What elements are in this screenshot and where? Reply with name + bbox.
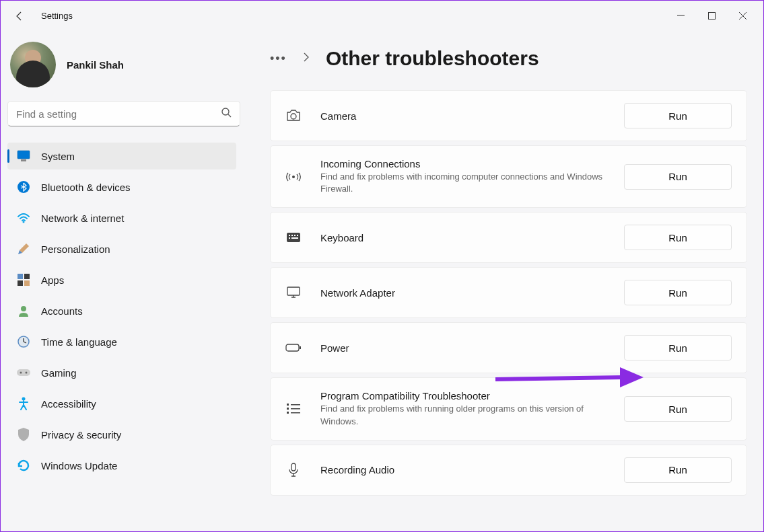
run-button-incoming[interactable]: Run <box>624 164 732 190</box>
shield-icon <box>17 428 30 441</box>
troubleshooter-network-adapter: Network Adapter Run <box>270 267 747 318</box>
card-title: Camera <box>320 110 605 122</box>
nav-list: System Bluetooth & devices Network & int… <box>7 143 236 479</box>
keyboard-icon <box>285 229 302 245</box>
accessibility-icon <box>17 397 30 410</box>
card-title: Incoming Connections <box>320 158 605 169</box>
svg-point-15 <box>22 397 26 401</box>
svg-rect-23 <box>289 237 290 239</box>
titlebar: Settings <box>1 1 763 31</box>
svg-rect-0 <box>708 13 715 20</box>
search-box[interactable] <box>7 101 240 126</box>
svg-rect-12 <box>17 369 30 376</box>
broadcast-icon <box>285 169 302 185</box>
svg-rect-8 <box>18 280 23 286</box>
breadcrumb-ellipsis[interactable]: ••• <box>270 52 287 66</box>
svg-rect-27 <box>300 346 301 349</box>
svg-rect-32 <box>287 412 289 414</box>
card-title: Power <box>320 342 605 354</box>
main-content: ••• Other troubleshooters Camera Run Inc… <box>243 31 763 531</box>
sidebar-item-label: Personalization <box>41 243 110 255</box>
troubleshooter-program-compat: Program Compatibility Troubleshooter Fin… <box>270 377 747 440</box>
card-title: Recording Audio <box>320 464 605 476</box>
card-desc: Find and fix problems with running older… <box>320 403 605 427</box>
apps-icon <box>17 273 30 287</box>
sidebar: Pankil Shah System Bluetooth & devices N… <box>1 31 243 531</box>
run-button-recording[interactable]: Run <box>624 457 732 483</box>
troubleshooter-keyboard: Keyboard Run <box>270 212 747 263</box>
sidebar-item-network[interactable]: Network & internet <box>7 204 236 231</box>
svg-rect-19 <box>289 235 290 236</box>
bluetooth-icon <box>17 180 30 194</box>
sidebar-item-accessibility[interactable]: Accessibility <box>7 390 236 417</box>
person-icon <box>17 304 30 317</box>
avatar <box>10 42 56 87</box>
profile-name: Pankil Shah <box>67 59 124 71</box>
svg-rect-21 <box>294 235 296 236</box>
search-icon <box>221 107 232 120</box>
sidebar-item-label: Gaming <box>41 367 77 379</box>
svg-rect-7 <box>24 274 30 279</box>
troubleshooter-incoming-connections: Incoming Connections Find and fix proble… <box>270 145 747 208</box>
sidebar-item-gaming[interactable]: Gaming <box>7 359 236 386</box>
sidebar-item-label: Network & internet <box>41 213 124 224</box>
sidebar-item-apps[interactable]: Apps <box>7 266 236 293</box>
sidebar-item-label: Apps <box>41 274 64 286</box>
svg-rect-24 <box>291 237 298 239</box>
run-button-keyboard[interactable]: Run <box>624 225 732 250</box>
svg-rect-26 <box>286 344 299 351</box>
breadcrumb: ••• Other troubleshooters <box>270 47 747 70</box>
sidebar-item-time[interactable]: Time & language <box>7 328 236 355</box>
minimize-button[interactable] <box>665 5 696 27</box>
clock-icon <box>17 335 30 348</box>
svg-point-13 <box>20 372 22 374</box>
sidebar-item-personalization[interactable]: Personalization <box>7 235 236 262</box>
troubleshooter-camera: Camera Run <box>270 90 747 141</box>
monitor-icon <box>285 284 302 301</box>
sidebar-item-accounts[interactable]: Accounts <box>7 297 236 324</box>
svg-point-14 <box>26 372 28 374</box>
wifi-icon <box>17 211 30 225</box>
svg-rect-9 <box>24 280 30 286</box>
svg-point-10 <box>21 306 26 311</box>
sidebar-item-system[interactable]: System <box>7 143 236 169</box>
search-input[interactable] <box>16 108 221 120</box>
card-title: Network Adapter <box>320 287 605 299</box>
list-icon <box>285 401 302 417</box>
card-title: Program Compatibility Troubleshooter <box>320 390 605 402</box>
svg-rect-2 <box>18 151 30 159</box>
card-title: Keyboard <box>320 232 605 243</box>
update-icon <box>17 459 30 472</box>
run-button-network-adapter[interactable]: Run <box>624 280 732 305</box>
svg-point-1 <box>222 108 229 115</box>
svg-rect-31 <box>291 408 300 410</box>
sidebar-item-label: Time & language <box>41 336 117 348</box>
svg-point-17 <box>292 176 295 178</box>
svg-rect-25 <box>287 287 300 295</box>
run-button-power[interactable]: Run <box>624 335 732 360</box>
sidebar-item-bluetooth[interactable]: Bluetooth & devices <box>7 174 236 200</box>
svg-rect-30 <box>287 408 289 410</box>
sidebar-item-update[interactable]: Windows Update <box>7 452 236 479</box>
card-desc: Find and fix problems with incoming comp… <box>320 171 605 195</box>
svg-rect-28 <box>287 404 289 406</box>
back-button[interactable] <box>6 3 33 30</box>
run-button-compat[interactable]: Run <box>624 396 732 422</box>
microphone-icon <box>285 462 302 478</box>
profile[interactable]: Pankil Shah <box>7 39 236 101</box>
camera-icon <box>285 108 302 124</box>
svg-rect-6 <box>18 274 23 279</box>
svg-rect-34 <box>291 463 296 471</box>
sidebar-item-privacy[interactable]: Privacy & security <box>7 421 236 448</box>
maximize-button[interactable] <box>696 5 727 27</box>
sidebar-item-label: Privacy & security <box>41 429 121 441</box>
run-button-camera[interactable]: Run <box>624 103 732 128</box>
svg-point-5 <box>23 221 25 223</box>
close-button[interactable] <box>727 5 758 27</box>
sidebar-item-label: Accounts <box>41 305 83 317</box>
troubleshooter-power: Power Run <box>270 322 747 373</box>
brush-icon <box>17 242 30 256</box>
sidebar-item-label: Windows Update <box>41 460 117 471</box>
battery-icon <box>285 340 302 356</box>
svg-rect-22 <box>297 235 298 236</box>
